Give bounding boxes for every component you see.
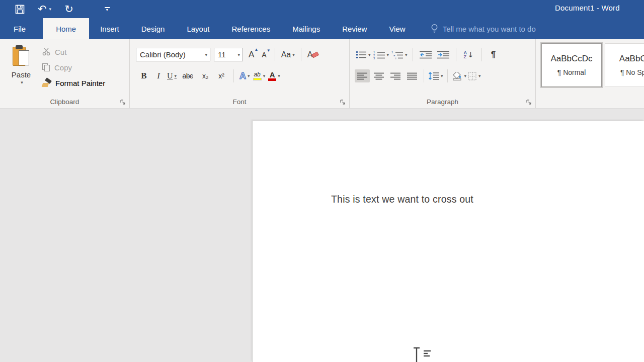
font-name-combo[interactable]: Calibri (Body) ▾ [136,48,210,61]
decrease-indent-button[interactable] [418,51,433,59]
undo-button[interactable]: ↶ ▾ [38,4,51,15]
font-row-1: Calibri (Body) ▾ 11 ▾ A▲ A▼ Aa ▾ [136,48,312,61]
bold-button[interactable]: B [138,71,150,81]
sort-arrow: ↓ [467,50,474,59]
tab-review[interactable]: Review [331,18,378,39]
undo-icon: ↶ [38,4,47,15]
numbering-caret[interactable]: ▾ [387,52,389,57]
multilevel-list-icon: 1 a i [391,51,404,59]
italic-button[interactable]: I [153,71,164,81]
tab-file[interactable]: File [3,18,37,39]
underline-button[interactable]: U ▾ [167,71,177,80]
align-center-button[interactable] [371,69,386,82]
bullets-caret[interactable]: ▾ [368,52,371,57]
tab-insert[interactable]: Insert [89,18,130,39]
ribbon-tab-row: File Home Insert Design Layout Reference… [0,18,644,39]
align-right-icon [390,72,400,80]
text-highlight-button[interactable]: ab ▾ [253,72,266,80]
separator [456,48,456,61]
font-size-caret: ▾ [237,52,240,57]
font-group-label: Font [130,98,349,106]
multilevel-list-caret[interactable]: ▾ [405,52,408,57]
separator [424,69,424,82]
styles-group: AaBbCcDc ¶ Normal AaBbCc ¶ No Spa [536,39,644,108]
font-row-2: B I U ▾ abc x₂ x² A ▾ ab [138,69,280,82]
font-name-caret: ▾ [205,52,207,57]
borders-icon [468,72,477,80]
justify-icon [407,72,417,80]
sort-icon: A Z [464,51,467,59]
format-painter-label: Format Painter [55,79,105,87]
customize-quick-access-button[interactable]: ▾ [105,7,110,12]
shrink-font-button[interactable]: A▼ [260,50,268,60]
separator [447,69,448,82]
document-text[interactable]: This is text we want to cross out [331,194,473,205]
highlight-caret[interactable]: ▾ [263,73,266,78]
subscript-button[interactable]: x₂ [199,72,212,80]
underline-caret[interactable]: ▾ [175,73,177,78]
tab-references[interactable]: References [220,18,281,39]
sort-button[interactable]: A Z ↓ [461,50,476,59]
align-left-icon [357,72,367,80]
change-case-icon: Aa [281,50,291,59]
strikethrough-button[interactable]: abc [180,72,196,80]
clipboard-group: Paste ▾ Cut Copy [0,39,130,108]
tab-home[interactable]: Home [43,18,89,39]
style-no-spacing[interactable]: AaBbCc ¶ No Spa [605,43,644,87]
line-spacing-caret[interactable]: ▾ [441,73,443,78]
clear-formatting-button[interactable]: A [307,50,313,59]
clipboard-dialog-launcher[interactable] [120,99,126,105]
grow-font-button[interactable]: A▲ [247,49,256,61]
line-spacing-button[interactable]: ▾ [428,72,443,80]
bullets-button[interactable]: ▾ [356,51,371,59]
word-window: ↶ ▾ ↻ ▾ Document1 - Word File Home Inser… [0,0,644,362]
shading-icon [452,72,463,80]
paragraph-dialog-launcher[interactable] [526,99,532,105]
tab-mailings[interactable]: Mailings [281,18,331,39]
tab-view[interactable]: View [378,18,416,39]
borders-caret[interactable]: ▾ [478,73,481,78]
document-page[interactable]: This is text we want to cross out [252,121,644,362]
eraser-icon [311,51,319,58]
copy-button[interactable]: Copy [42,61,105,74]
increase-indent-button[interactable] [436,51,451,59]
highlight-icon: ab [253,72,262,80]
font-size-combo[interactable]: 11 ▾ [214,48,243,61]
numbering-button[interactable]: 1 2 3 ▾ [373,51,389,59]
shading-caret[interactable]: ▾ [464,73,467,78]
multilevel-list-button[interactable]: 1 a i ▾ [391,51,408,59]
tab-layout[interactable]: Layout [176,18,220,39]
style-normal[interactable]: AaBbCcDc ¶ Normal [541,43,602,87]
shading-button[interactable]: ▾ [452,72,467,80]
paste-button[interactable]: Paste ▾ [7,44,35,101]
change-case-button[interactable]: Aa ▾ [281,50,295,59]
font-size-value: 11 [218,50,226,59]
document-workspace: This is text we want to cross out [0,109,644,362]
superscript-button[interactable]: x² [215,72,228,80]
separator [413,48,413,61]
align-right-button[interactable] [388,69,403,82]
borders-button[interactable]: ▾ [468,72,481,80]
shrink-font-icon: A [262,51,266,59]
justify-button[interactable] [405,69,420,82]
tab-design[interactable]: Design [130,18,176,39]
clipboard-small-buttons: Cut Copy Format Painter [42,45,105,89]
align-left-button[interactable] [355,69,370,82]
save-button[interactable] [15,5,25,14]
cut-button[interactable]: Cut [42,45,105,58]
paste-dropdown-caret[interactable]: ▾ [21,80,23,85]
underline-icon: U [167,71,173,80]
redo-button[interactable]: ↻ [64,4,73,15]
tell-me-box[interactable]: Tell me what you want to do [431,18,536,39]
font-color-caret[interactable]: ▾ [278,73,280,78]
text-effects-button[interactable]: A ▾ [239,71,250,81]
paste-icon [13,45,30,67]
font-color-button[interactable]: A ▾ [268,71,280,81]
format-painter-button[interactable]: Format Painter [42,76,105,89]
increase-indent-icon [437,51,449,59]
font-dialog-launcher[interactable] [340,99,346,105]
font-color-icon: A [268,71,276,81]
undo-dropdown-caret[interactable]: ▾ [49,7,52,12]
bullets-icon [356,51,367,59]
show-hide-marks-button[interactable]: ¶ [487,50,500,60]
